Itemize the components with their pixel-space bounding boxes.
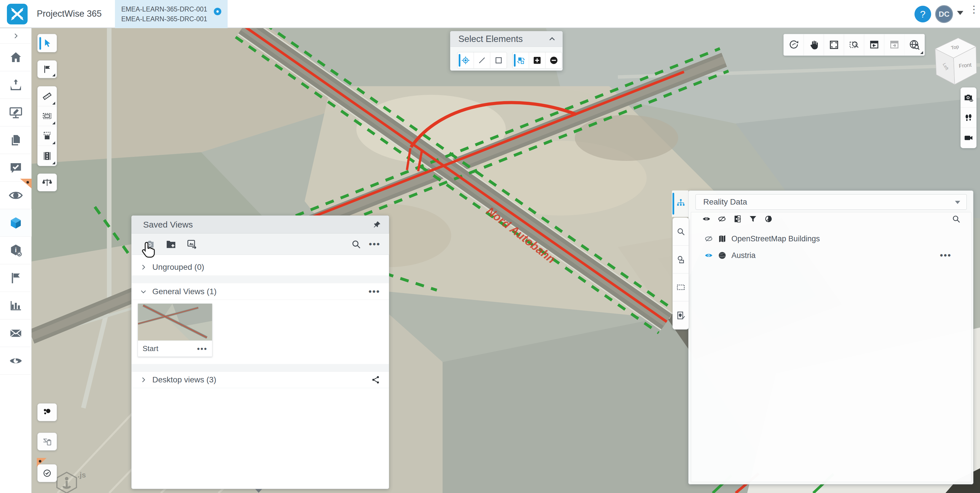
remove-from-selection-button[interactable] [546, 52, 562, 68]
overflow-menu-button[interactable]: ⋮ [969, 7, 974, 11]
sidebar-item-transmittals[interactable] [0, 320, 32, 347]
orbit-tool-button[interactable] [784, 34, 804, 56]
compare-tool-button[interactable] [37, 173, 57, 191]
sidebar-item-import[interactable] [0, 71, 32, 99]
group-row-desktop-views[interactable]: Desktop views (3) [132, 372, 389, 388]
panel-resize-pointer[interactable] [255, 489, 262, 493]
avatar[interactable]: DC [935, 5, 953, 23]
validate-button[interactable] [37, 464, 57, 482]
sidebar-item-reviews[interactable] [0, 154, 32, 181]
invert-display-icon[interactable] [764, 215, 773, 223]
reality-item-more-button[interactable]: ••• [940, 254, 951, 257]
reality-data-panel: Reality Data OpenStreetMap Buildings Aus… [688, 191, 974, 484]
select-tool-button[interactable] [37, 34, 57, 52]
visibility-on-icon[interactable] [705, 251, 713, 260]
select-elements-header[interactable]: Select Elements [450, 31, 562, 47]
isolate-icon[interactable] [733, 215, 742, 223]
watermark-js-label: .js [78, 471, 86, 479]
photo-view-button[interactable] [961, 87, 976, 108]
sidebar-item-markup[interactable] [0, 99, 32, 126]
reality-search-icon[interactable] [951, 214, 961, 224]
fit-view-button[interactable] [824, 34, 844, 56]
add-to-selection-button[interactable] [529, 52, 546, 68]
pan-tool-button[interactable] [804, 34, 824, 56]
widget-strip-active-tab[interactable] [672, 191, 688, 217]
chevron-right-icon[interactable] [140, 376, 147, 383]
saved-views-title: Saved Views [143, 220, 193, 229]
replace-selection-button[interactable] [513, 52, 529, 68]
sidebar-item-model[interactable] [0, 209, 32, 237]
share-icon[interactable] [371, 375, 380, 385]
strip-clip-rect-button[interactable] [673, 274, 689, 301]
widget-selector[interactable]: Reality Data [695, 194, 967, 210]
strip-shapes-button[interactable] [673, 246, 689, 274]
sidebar-item-info[interactable]: i [0, 237, 32, 264]
map-locate-button[interactable] [904, 34, 924, 56]
clip-volume-tool-button[interactable] [38, 106, 57, 126]
group-more-button[interactable]: ••• [368, 290, 380, 293]
reality-item-label: OpenStreetMap Buildings [732, 234, 820, 243]
reality-list-container: OpenStreetMap Buildings Austria ••• [691, 212, 971, 482]
mouse-hand-cursor [140, 241, 156, 259]
view-toolbar [783, 34, 925, 56]
camera-animation-button[interactable] [961, 128, 976, 148]
group-row-general-views[interactable]: General Views (1) ••• [132, 283, 389, 300]
point-cloud-button[interactable] [37, 403, 57, 421]
saved-views-search-button[interactable] [351, 239, 361, 250]
widget-strip-tools [673, 218, 689, 329]
tab-sync-status-icon [214, 8, 221, 15]
box-select-button[interactable] [490, 52, 507, 68]
measure-tool-button[interactable] [38, 86, 57, 106]
top-bar: ProjectWise 365 EMEA-LEARN-365-DRC-001 E… [0, 0, 980, 28]
flag-tool-button[interactable] [37, 60, 57, 78]
selection-action-group [512, 52, 562, 69]
collapse-chevron-icon[interactable] [548, 35, 556, 43]
group-row-ungrouped[interactable]: Ungrouped (0) [132, 259, 389, 275]
strip-map-marker-button[interactable] [673, 301, 689, 329]
view-next-button[interactable] [884, 34, 904, 56]
account-caret-icon[interactable] [957, 11, 963, 15]
sidebar-item-home[interactable] [0, 44, 32, 71]
hide-all-icon[interactable] [718, 215, 726, 223]
saved-view-card[interactable]: Start ••• [138, 304, 212, 357]
walk-mode-button[interactable] [961, 108, 976, 128]
new-group-folder-button[interactable] [165, 239, 177, 250]
pin-icon[interactable] [373, 220, 381, 229]
widget-selector-value: Reality Data [703, 197, 747, 207]
reality-toolbar [691, 212, 971, 226]
help-button[interactable]: ? [915, 6, 931, 22]
reality-item-osm[interactable]: OpenStreetMap Buildings [705, 231, 963, 247]
reality-item-label: Austria [732, 251, 756, 260]
film-levels-tool-button[interactable] [38, 146, 57, 166]
reality-item-austria[interactable]: Austria ••• [705, 247, 963, 264]
sidebar-item-issues[interactable] [0, 181, 32, 209]
saved-view-more-button[interactable]: ••• [197, 347, 207, 350]
project-tab[interactable]: EMEA-LEARN-365-DRC-001 EMEA-LEARN-365-DR… [115, 0, 228, 28]
selection-mode-group [457, 52, 507, 69]
sidebar-item-reports[interactable] [0, 292, 32, 320]
section-tool-button[interactable] [38, 126, 57, 146]
sidebar-item-flags[interactable] [0, 264, 32, 292]
show-all-icon[interactable] [702, 215, 711, 223]
zoom-window-button[interactable] [844, 34, 864, 56]
saved-views-more-button[interactable]: ••• [369, 243, 380, 246]
strip-search-button[interactable] [673, 218, 689, 246]
sidebar-item-visibility[interactable] [0, 347, 32, 375]
view-previous-button[interactable] [864, 34, 884, 56]
pick-select-button[interactable] [458, 52, 474, 68]
export-view-button[interactable] [186, 239, 197, 250]
schedule-clipboard-button[interactable] [37, 433, 57, 450]
visibility-off-icon[interactable] [705, 234, 713, 243]
sidebar-expand-button[interactable] [0, 28, 32, 44]
chevron-down-icon[interactable] [140, 288, 147, 295]
sidebar-item-documents[interactable] [0, 126, 32, 154]
project-tab-line1: EMEA-LEARN-365-DRC-001 [121, 4, 228, 14]
saved-views-header[interactable]: Saved Views [132, 216, 389, 234]
filter-icon[interactable] [749, 215, 757, 223]
select-elements-panel: Select Elements [450, 31, 563, 71]
saved-view-thumbnail[interactable] [138, 304, 212, 340]
view-cube[interactable]: Top Front Left [931, 34, 978, 87]
project-tab-line2: EMEA-LEARN-365-DRC-001 [121, 14, 228, 24]
line-select-button[interactable] [474, 52, 490, 68]
chevron-right-icon[interactable] [140, 264, 147, 271]
